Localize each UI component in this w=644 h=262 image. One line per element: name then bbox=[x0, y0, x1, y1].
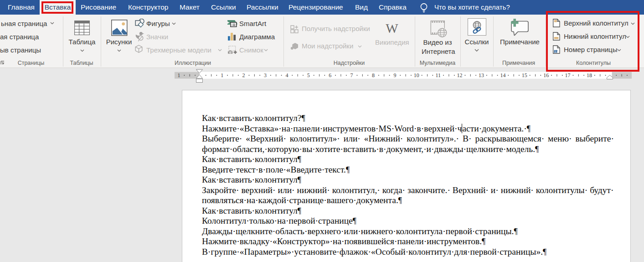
svg-text:3: 3 bbox=[264, 72, 267, 79]
svg-text:15: 15 bbox=[522, 72, 527, 79]
svg-text:18: 18 bbox=[587, 72, 592, 79]
svg-text:6: 6 bbox=[329, 72, 331, 79]
svg-text:2: 2 bbox=[242, 72, 245, 79]
svg-text:9: 9 bbox=[393, 72, 396, 79]
svg-text:4: 4 bbox=[285, 72, 288, 79]
svg-text:1: 1 bbox=[178, 72, 180, 79]
svg-text:10: 10 bbox=[414, 72, 419, 79]
svg-text:8: 8 bbox=[372, 72, 375, 79]
svg-text:17: 17 bbox=[565, 72, 571, 79]
svg-text:14: 14 bbox=[500, 72, 505, 79]
svg-text:16: 16 bbox=[543, 72, 549, 79]
svg-text:5: 5 bbox=[307, 72, 310, 79]
svg-text:11: 11 bbox=[435, 72, 441, 79]
svg-text:1: 1 bbox=[221, 72, 223, 79]
svg-text:7: 7 bbox=[350, 72, 353, 79]
svg-text:12: 12 bbox=[457, 72, 463, 79]
svg-text:13: 13 bbox=[479, 72, 484, 79]
